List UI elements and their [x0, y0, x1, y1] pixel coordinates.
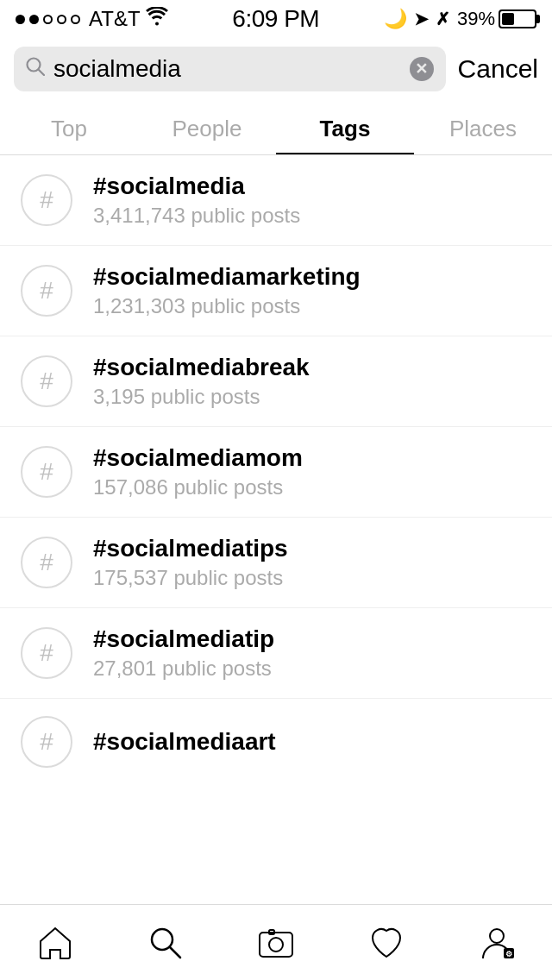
status-left: AT&T [16, 7, 168, 31]
search-nav-icon [147, 924, 185, 962]
search-icon [26, 57, 45, 81]
tab-top[interactable]: Top [0, 100, 138, 154]
search-bar-container: socialmedia ✕ Cancel [0, 38, 552, 100]
result-text: #socialmediatips 175,537 public posts [93, 535, 288, 590]
tag-count: 157,086 public posts [93, 475, 303, 499]
svg-point-7 [490, 929, 504, 943]
battery-indicator: 39% [457, 8, 536, 30]
nav-home[interactable] [21, 917, 90, 969]
tab-places[interactable]: Places [414, 100, 552, 154]
hashtag-icon: # [21, 355, 72, 407]
battery-fill [502, 13, 514, 25]
tab-tags[interactable]: Tags [276, 100, 414, 154]
signal-dot-2 [29, 15, 39, 24]
profile-icon: ⚙ [478, 924, 516, 962]
signal-dot-4 [57, 15, 66, 24]
nav-camera[interactable] [242, 917, 310, 969]
tag-count: 175,537 public posts [93, 566, 288, 590]
tab-bar: Top People Tags Places [0, 100, 552, 155]
moon-icon: 🌙 [384, 8, 407, 30]
heart-icon [367, 924, 405, 962]
tag-name: #socialmediabreak [93, 354, 310, 381]
result-text: #socialmediamom 157,086 public posts [93, 444, 303, 499]
battery-percent: 39% [457, 8, 495, 30]
tag-count: 27,801 public posts [93, 656, 274, 681]
hashtag-icon: # [21, 446, 72, 498]
search-input[interactable]: socialmedia [53, 55, 401, 83]
tag-name: #socialmediatip [93, 625, 274, 653]
hashtag-icon: # [21, 716, 72, 768]
clear-button[interactable]: ✕ [410, 57, 434, 81]
result-text: #socialmediaart [93, 728, 276, 756]
list-item[interactable]: # #socialmediamarketing 1,231,303 public… [0, 246, 552, 336]
result-text: #socialmedia 3,411,743 public posts [93, 173, 300, 228]
clear-icon: ✕ [415, 61, 428, 77]
location-icon: ➤ [414, 9, 429, 29]
list-item[interactable]: # #socialmediatips 175,537 public posts [0, 518, 552, 608]
wifi-icon [146, 7, 168, 31]
cancel-button[interactable]: Cancel [458, 54, 538, 84]
result-text: #socialmediamarketing 1,231,303 public p… [93, 263, 361, 318]
bottom-nav: ⚙ [0, 904, 552, 980]
tag-count: 1,231,303 public posts [93, 294, 361, 318]
list-item[interactable]: # #socialmediatip 27,801 public posts [0, 608, 552, 699]
status-right: 🌙 ➤ ✗ 39% [384, 8, 536, 30]
list-item[interactable]: # #socialmediaart [0, 699, 552, 785]
result-text: #socialmediatip 27,801 public posts [93, 625, 274, 681]
list-item[interactable]: # #socialmediamom 157,086 public posts [0, 427, 552, 518]
status-time: 6:09 PM [232, 5, 319, 33]
list-item[interactable]: # #socialmediabreak 3,195 public posts [0, 336, 552, 427]
svg-point-5 [269, 938, 283, 952]
tag-name: #socialmediamom [93, 444, 303, 472]
svg-line-1 [39, 70, 45, 76]
hashtag-icon: # [21, 537, 72, 588]
signal-dot-5 [71, 15, 80, 24]
home-icon [36, 924, 74, 962]
tag-count: 3,411,743 public posts [93, 204, 300, 228]
tag-name: #socialmedia [93, 173, 300, 200]
signal-dot-3 [43, 15, 53, 24]
nav-profile[interactable]: ⚙ [462, 917, 531, 969]
tag-name: #socialmediatips [93, 535, 288, 562]
nav-search[interactable] [131, 917, 200, 969]
search-input-wrap[interactable]: socialmedia ✕ [14, 47, 446, 91]
svg-line-3 [170, 947, 180, 958]
svg-rect-4 [260, 933, 292, 957]
signal-dots [16, 15, 80, 24]
status-bar: AT&T 6:09 PM 🌙 ➤ ✗ 39% [0, 0, 552, 38]
nav-heart[interactable] [352, 917, 421, 969]
signal-dot-1 [16, 15, 25, 24]
results-list: # #socialmedia 3,411,743 public posts # … [0, 155, 552, 785]
tag-count: 3,195 public posts [93, 385, 310, 409]
hashtag-icon: # [21, 174, 72, 226]
list-item[interactable]: # #socialmedia 3,411,743 public posts [0, 155, 552, 246]
result-text: #socialmediabreak 3,195 public posts [93, 354, 310, 409]
battery-icon [499, 9, 536, 28]
tag-name: #socialmediaart [93, 728, 276, 756]
camera-icon [257, 924, 295, 962]
svg-text:⚙: ⚙ [505, 950, 512, 958]
hashtag-icon: # [21, 265, 72, 317]
bluetooth-icon: ✗ [436, 9, 450, 29]
hashtag-icon: # [21, 627, 72, 679]
carrier-label: AT&T [89, 7, 141, 31]
tab-people[interactable]: People [138, 100, 276, 154]
tag-name: #socialmediamarketing [93, 263, 361, 291]
